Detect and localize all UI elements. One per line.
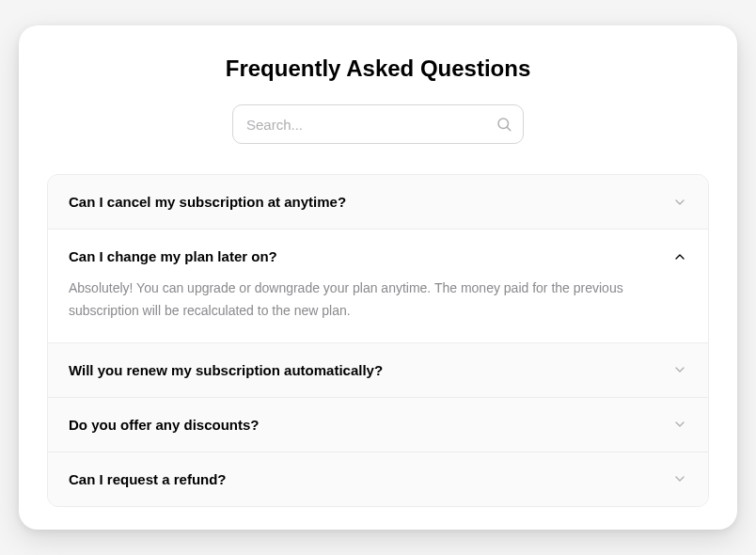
chevron-up-icon (672, 249, 687, 264)
faq-item-header[interactable]: Can I change my plan later on? (48, 230, 708, 278)
faq-question: Can I change my plan later on? (69, 248, 277, 264)
faq-item: Can I cancel my subscription at anytime? (48, 175, 708, 230)
search-input[interactable] (232, 104, 524, 144)
chevron-down-icon (672, 195, 687, 210)
chevron-down-icon (672, 471, 687, 486)
faq-item-header[interactable]: Can I cancel my subscription at anytime? (48, 175, 708, 229)
faq-accordion: Can I cancel my subscription at anytime?… (47, 174, 709, 506)
page-title: Frequently Asked Questions (47, 56, 709, 82)
svg-line-1 (507, 128, 511, 132)
faq-item: Do you offer any discounts? (48, 398, 708, 452)
faq-item: Will you renew my subscription automatic… (48, 343, 708, 398)
faq-question: Can I cancel my subscription at anytime? (69, 194, 346, 210)
faq-item: Can I change my plan later on? Absolutel… (48, 230, 708, 342)
faq-card: Frequently Asked Questions Can I cancel … (19, 25, 737, 529)
search-container (232, 104, 524, 144)
search-wrap (47, 104, 709, 144)
chevron-down-icon (672, 362, 687, 377)
faq-item: Can I request a refund? (48, 452, 708, 506)
faq-item-header[interactable]: Do you offer any discounts? (48, 398, 708, 452)
chevron-down-icon (672, 417, 687, 432)
faq-answer: Absolutely! You can upgrade or downgrade… (48, 278, 708, 341)
faq-question: Will you renew my subscription automatic… (69, 362, 383, 378)
search-icon (496, 116, 512, 133)
faq-item-header[interactable]: Can I request a refund? (48, 452, 708, 506)
faq-question: Do you offer any discounts? (69, 417, 260, 433)
faq-item-header[interactable]: Will you renew my subscription automatic… (48, 343, 708, 397)
faq-question: Can I request a refund? (69, 471, 227, 487)
